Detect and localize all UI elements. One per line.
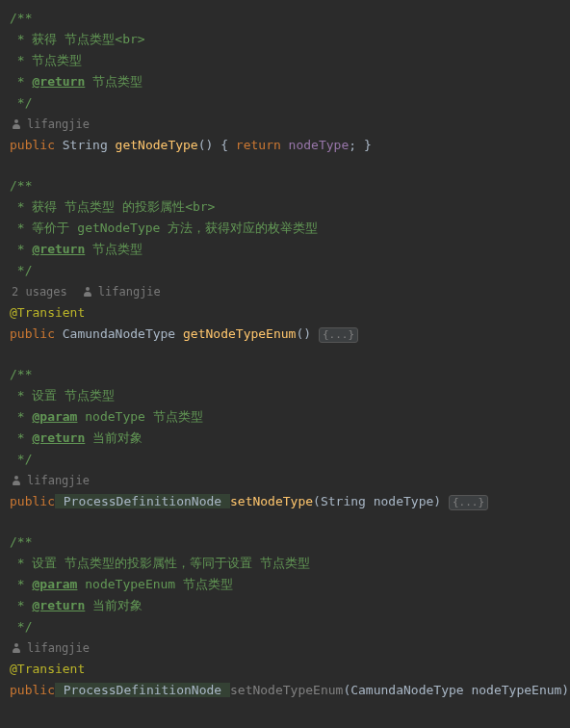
person-icon bbox=[83, 287, 92, 297]
method-block-setNodeTypeEnum: /** * 设置 节点类型的投影属性，等同于设置 节点类型 * @param n… bbox=[10, 532, 570, 701]
javadoc-line: * 等价于 getNodeType 方法，获得对应的枚举类型 bbox=[10, 218, 570, 239]
method-name: setNodeTypeEnum bbox=[230, 683, 343, 697]
highlighted-type: ProcessDefinitionNode bbox=[55, 494, 230, 508]
javadoc-line: * 节点类型 bbox=[10, 50, 570, 71]
javadoc-line: */ bbox=[10, 92, 570, 114]
method-block-setNodeType: /** * 设置 节点类型 * @param nodeType 节点类型 * @… bbox=[10, 364, 570, 512]
author-hint[interactable]: lifangjie bbox=[10, 637, 570, 659]
fold-toggle[interactable]: {...} bbox=[449, 495, 488, 510]
javadoc-line: */ bbox=[10, 616, 570, 637]
annotation-transient: @Transient bbox=[10, 659, 570, 680]
javadoc-line: * @return 节点类型 bbox=[10, 239, 570, 260]
method-block-getNodeTypeEnum: /** * 获得 节点类型 的投影属性<br> * 等价于 getNodeTyp… bbox=[10, 175, 570, 345]
javadoc-line: * 获得 节点类型 的投影属性<br> bbox=[10, 196, 570, 218]
javadoc-line: * @param nodeTypeEnum 节点类型 bbox=[10, 574, 570, 595]
code-line[interactable]: public ProcessDefinitionNode setNodeType… bbox=[10, 491, 570, 512]
method-name: getNodeType bbox=[116, 138, 198, 152]
usages-author-hint[interactable]: 2 usageslifangjie bbox=[10, 281, 570, 302]
person-icon bbox=[12, 119, 21, 129]
author-hint[interactable]: lifangjie bbox=[10, 470, 570, 491]
javadoc-line: * 获得 节点类型<br> bbox=[10, 29, 570, 50]
javadoc-line: * 设置 节点类型 bbox=[10, 385, 570, 406]
person-icon bbox=[12, 476, 21, 485]
method-name: setNodeType bbox=[230, 494, 313, 508]
highlighted-type: ProcessDefinitionNode bbox=[55, 683, 230, 697]
fold-toggle[interactable]: {...} bbox=[319, 327, 358, 343]
method-name: getNodeTypeEnum bbox=[183, 326, 296, 341]
javadoc-line: */ bbox=[10, 449, 570, 470]
javadoc-line: /** bbox=[10, 532, 570, 553]
javadoc-line: /** bbox=[10, 364, 570, 385]
return-tag[interactable]: @return bbox=[32, 598, 85, 612]
author-hint[interactable]: lifangjie bbox=[10, 114, 570, 135]
code-line[interactable]: public String getNodeType() { return nod… bbox=[10, 135, 570, 156]
javadoc-line: * @return 当前对象 bbox=[10, 595, 570, 616]
javadoc-line: */ bbox=[10, 260, 570, 281]
param-tag[interactable]: @param bbox=[32, 409, 77, 424]
javadoc-line: * @return 当前对象 bbox=[10, 428, 570, 449]
annotation-transient: @Transient bbox=[10, 302, 570, 324]
javadoc-line: * @return 节点类型 bbox=[10, 71, 570, 92]
usages-count: 2 usages bbox=[12, 281, 67, 302]
return-tag[interactable]: @return bbox=[32, 242, 85, 256]
javadoc-line: /** bbox=[10, 175, 570, 196]
return-tag[interactable]: @return bbox=[32, 74, 85, 89]
code-line[interactable]: public ProcessDefinitionNode setNodeType… bbox=[10, 680, 570, 701]
param-tag[interactable]: @param bbox=[32, 577, 77, 591]
method-block-getNodeType: /** * 获得 节点类型<br> * 节点类型 * @return 节点类型 … bbox=[10, 8, 570, 156]
person-icon bbox=[12, 643, 21, 653]
return-tag[interactable]: @return bbox=[32, 430, 85, 445]
javadoc-line: * 设置 节点类型的投影属性，等同于设置 节点类型 bbox=[10, 553, 570, 574]
code-line[interactable]: public CamundaNodeType getNodeTypeEnum()… bbox=[10, 324, 570, 345]
javadoc-line: /** bbox=[10, 8, 570, 29]
javadoc-line: * @param nodeType 节点类型 bbox=[10, 406, 570, 428]
